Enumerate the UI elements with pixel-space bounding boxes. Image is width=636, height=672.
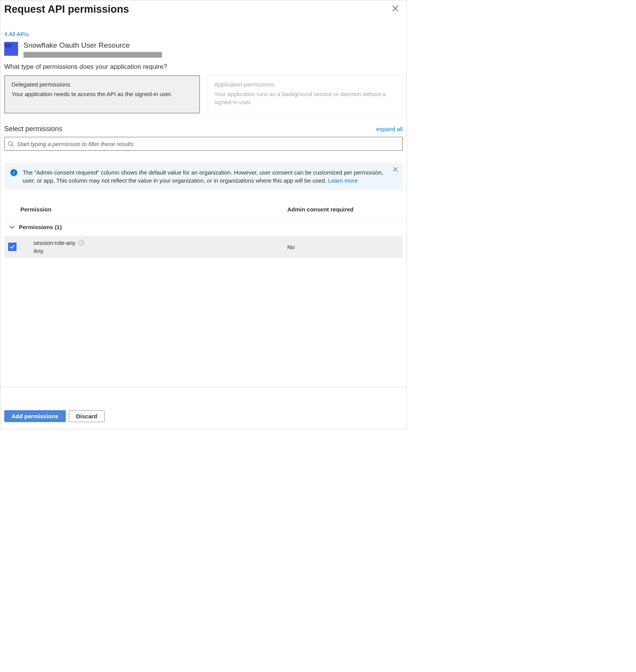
panel-header: Request API permissions bbox=[0, 0, 406, 18]
permission-search-input[interactable] bbox=[17, 141, 399, 147]
add-permissions-button[interactable]: Add permissions bbox=[4, 410, 66, 422]
learn-more-link[interactable]: Learn more bbox=[328, 177, 358, 184]
panel-footer: Add permissions Discard bbox=[0, 387, 406, 429]
resource-info: Snowflake Oauth User Resource bbox=[23, 42, 162, 58]
search-icon bbox=[8, 141, 14, 147]
panel-content: All APIs SO Snowflake Oauth User Resourc… bbox=[0, 18, 406, 387]
info-tooltip-icon[interactable]: i bbox=[78, 240, 84, 246]
resource-row: SO Snowflake Oauth User Resource bbox=[4, 42, 403, 58]
permission-description: Any bbox=[33, 248, 287, 254]
back-link-label: All APIs bbox=[9, 31, 29, 37]
info-text: The "Admin consent required" column show… bbox=[23, 168, 387, 185]
permission-consent-value: No bbox=[287, 244, 403, 250]
select-permissions-heading: Select permissions bbox=[4, 125, 62, 133]
permission-detail: session:role-any i Any bbox=[33, 240, 287, 254]
col-permission: Permission bbox=[20, 206, 287, 213]
back-link[interactable]: All APIs bbox=[4, 31, 29, 37]
delegated-permissions-card[interactable]: Delegated permissions Your application n… bbox=[4, 75, 200, 113]
permission-name: session:role-any bbox=[33, 240, 75, 246]
resource-avatar: SO bbox=[4, 42, 18, 56]
permissions-group-toggle[interactable]: Permissions (1) bbox=[4, 218, 403, 236]
info-icon: i bbox=[10, 169, 17, 176]
request-permissions-panel: Request API permissions All APIs SO Snow… bbox=[0, 0, 407, 429]
checkmark-icon bbox=[10, 245, 15, 249]
close-button[interactable] bbox=[390, 3, 400, 15]
expand-all-link[interactable]: expand all bbox=[376, 126, 403, 132]
delegated-title: Delegated permissions bbox=[12, 81, 193, 88]
delegated-desc: Your application needs to access the API… bbox=[12, 90, 193, 98]
panel-title: Request API permissions bbox=[4, 3, 129, 15]
resource-name: Snowflake Oauth User Resource bbox=[23, 41, 162, 50]
application-title: Application permissions bbox=[214, 81, 395, 88]
discard-button[interactable]: Discard bbox=[69, 410, 105, 422]
permission-row: session:role-any i Any No bbox=[4, 236, 403, 258]
close-icon bbox=[392, 5, 399, 12]
close-icon bbox=[393, 167, 398, 172]
info-dismiss-button[interactable] bbox=[393, 167, 398, 173]
select-permissions-header: Select permissions expand all bbox=[4, 125, 403, 133]
permission-question: What type of permissions does your appli… bbox=[4, 63, 403, 71]
col-consent: Admin consent required bbox=[287, 206, 403, 213]
svg-point-0 bbox=[8, 141, 12, 145]
permission-type-selector: Delegated permissions Your application n… bbox=[4, 75, 403, 113]
info-message: i The "Admin consent required" column sh… bbox=[4, 163, 403, 190]
application-desc: Your application runs as a background se… bbox=[214, 90, 395, 106]
chevron-left-icon bbox=[4, 32, 8, 37]
permissions-group-label: Permissions (1) bbox=[19, 224, 62, 230]
permissions-table-header: Permission Admin consent required bbox=[4, 202, 403, 218]
resource-id-redacted bbox=[23, 52, 162, 58]
permission-checkbox[interactable] bbox=[8, 243, 17, 251]
permission-search-box[interactable] bbox=[4, 137, 403, 151]
application-permissions-card[interactable]: Application permissions Your application… bbox=[207, 75, 403, 113]
chevron-down-icon bbox=[9, 225, 15, 230]
